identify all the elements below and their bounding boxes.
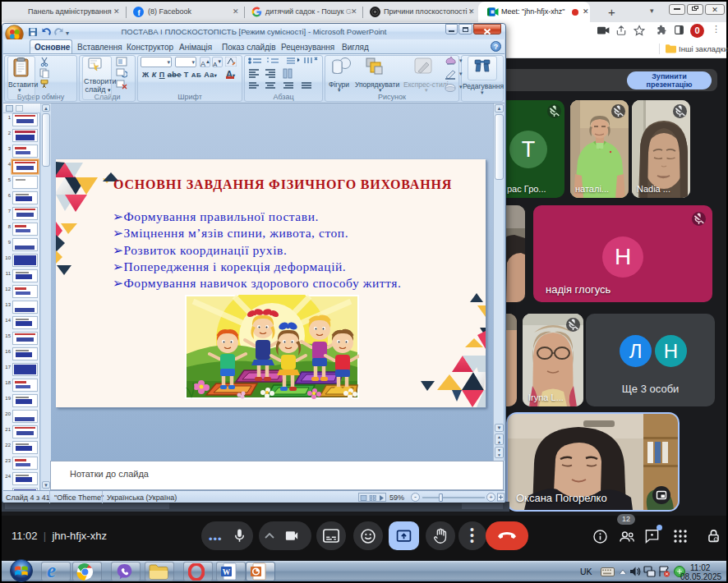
svg-text:a: a <box>715 539 716 542</box>
svg-text:W: W <box>223 568 231 576</box>
